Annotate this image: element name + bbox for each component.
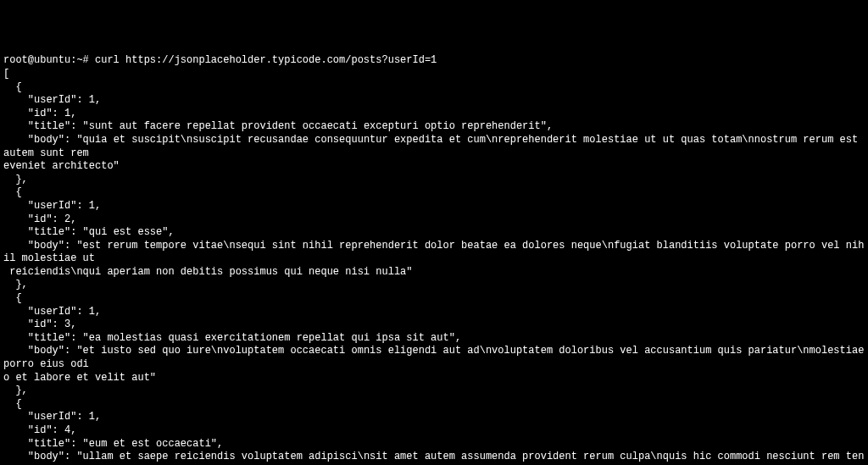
terminal-text: root@ubuntu:~# curl https://jsonplacehol…: [3, 54, 868, 465]
terminal-output[interactable]: root@ubuntu:~# curl https://jsonplacehol…: [3, 54, 865, 465]
